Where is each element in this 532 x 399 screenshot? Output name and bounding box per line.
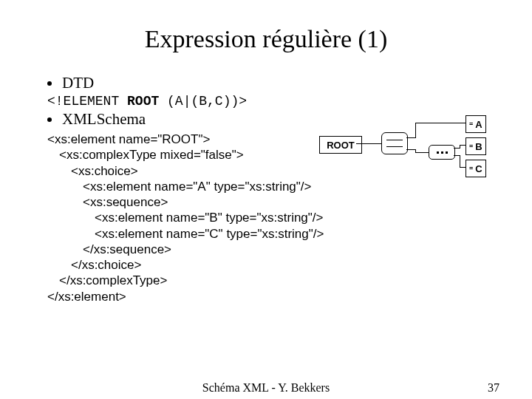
diagram-connector: [460, 145, 466, 146]
diagram-connector: [454, 148, 460, 149]
diagram-node-label: C: [475, 163, 482, 174]
diagram-hint-icon: =: [469, 121, 475, 127]
schema-diagram: ROOT =A =B =C: [319, 115, 497, 183]
diagram-node-b: =B: [466, 137, 486, 155]
diagram-node-c: =C: [466, 160, 486, 177]
code-line: </xs:complexType>: [47, 273, 488, 288]
diagram-root-node: ROOT: [319, 136, 362, 154]
diagram-node-a: =A: [466, 115, 486, 133]
diagram-hint-icon: =: [469, 166, 475, 171]
diagram-connector: [406, 137, 415, 138]
diagram-node-label: B: [475, 141, 482, 152]
diagram-connector: [415, 123, 416, 138]
diagram-connector: [406, 149, 415, 150]
bullet-dtd-label: DTD: [62, 74, 94, 92]
code-line: <xs:element name="C" type="xs:string"/>: [47, 226, 488, 242]
footer-author: Schéma XML - Y. Bekkers: [202, 381, 330, 395]
diagram-connector: [356, 143, 381, 144]
diagram-connector: [454, 155, 460, 156]
diagram-connector: [460, 155, 460, 167]
footer-page-number: 37: [488, 381, 499, 395]
diagram-node-label: A: [475, 119, 482, 130]
dtd-code-pre: <!ELEMENT: [47, 94, 127, 109]
diagram-connector: [460, 167, 466, 168]
bullet-icon: [47, 117, 52, 122]
slide-title: Expression régulière (1): [0, 25, 532, 53]
code-line: <xs:element name="B" type="xs:string"/>: [47, 210, 488, 225]
diagram-hint-icon: =: [469, 143, 475, 149]
diagram-connector: [415, 152, 429, 153]
bullet-xmlschema-label: XMLSchema: [62, 110, 146, 129]
dtd-code-keyword: ROOT: [127, 94, 159, 109]
diagram-choice-icon: [381, 132, 408, 154]
dtd-code-line: <!ELEMENT ROOT (A|(B,C))>: [47, 94, 488, 109]
diagram-connector: [415, 123, 466, 123]
code-line: </xs:choice>: [47, 257, 488, 273]
bullet-icon: [47, 81, 52, 86]
code-line: </xs:sequence>: [47, 242, 488, 257]
code-line: <xs:sequence>: [47, 194, 488, 210]
diagram-sequence-icon: [429, 145, 455, 160]
slide-body: DTD <!ELEMENT ROOT (A|(B,C))> XMLSchema …: [0, 74, 532, 304]
dtd-code-post: (A|(B,C))>: [159, 94, 247, 109]
bullet-dtd: DTD: [47, 74, 488, 92]
code-line: </xs:element>: [47, 289, 488, 304]
